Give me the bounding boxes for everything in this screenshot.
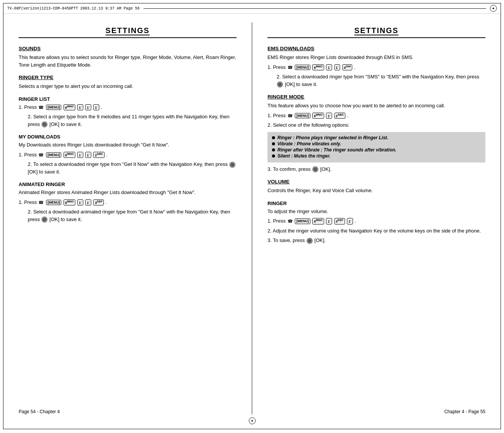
key-6-ems: 6MNO: [312, 64, 324, 71]
rv-step1-end: .: [355, 218, 356, 224]
ems-downloads-section: EMS DOWNLOADS EMS Ringer stores Ringer L…: [267, 46, 485, 88]
ok-icon-ems: [277, 81, 283, 88]
key-1-3: 1-: [93, 104, 99, 111]
key-6-rv: 6MNO: [312, 218, 324, 224]
header-text: TX-60P(verizon)1213-CDM-8450PTT 2003.12.…: [7, 6, 140, 11]
volume-desc: Controls the Ringer, Key and Voice Call …: [267, 187, 485, 194]
my-downloads-desc: My Downloads stores Ringer Lists downloa…: [19, 141, 237, 149]
step1-text-ar: 1. Press: [19, 199, 38, 205]
menu-key-rm: [MENU]: [295, 113, 310, 119]
ringer-type-desc: Selects a ringer type to alert you of an…: [19, 83, 237, 90]
animated-ringer-section: ANIMATED RINGER Animated Ringer stores A…: [19, 181, 237, 223]
key-1-2: 1-: [85, 104, 91, 111]
menu-key-1: [MENU]: [46, 105, 62, 110]
step1-end-ar: .: [106, 199, 107, 205]
animated-ringer-heading: ANIMATED RINGER: [19, 181, 237, 187]
phone-icon-rm: ☎: [288, 113, 293, 119]
key-2-md: 2ABC: [93, 152, 104, 158]
bullet-1: [272, 136, 275, 139]
sounds-section: SOUNDS This feature allows you to select…: [19, 46, 237, 68]
rm-step3-text: 3. To confirm, press: [267, 166, 312, 172]
ems-step2-ok: [OK] to save it.: [285, 81, 317, 87]
ok-icon-1: [41, 121, 48, 127]
ok-icon-rm: [312, 166, 318, 172]
right-title: SETTINGS: [267, 26, 485, 38]
key-1-ems1: 1-: [326, 64, 332, 71]
menu-key-ems: [MENU]: [295, 65, 310, 70]
key-6-md: 6MNO: [64, 152, 75, 158]
left-column: SETTINGS SOUNDS This feature allows you …: [3, 15, 252, 422]
key-1-ems2: 1-: [334, 64, 340, 71]
volume-heading: VOLUME: [267, 179, 485, 185]
bullet-2: [272, 142, 275, 145]
step1-text: 1. Press: [19, 104, 38, 110]
footer-left: Page 54 - Chapter 4: [19, 409, 60, 414]
bottom-nav-circle: [249, 417, 256, 424]
step2-ok-ar: [OK] to save it.: [49, 216, 82, 222]
key-3-ar: 3DEF: [93, 199, 104, 206]
rm-step1-text: 1. Press: [267, 113, 287, 118]
ringer-vol-step3: 3. To save, press [OK].: [267, 237, 485, 244]
animated-ringer-desc: Animated Ringer stores Animated Ringer L…: [19, 189, 237, 196]
bullet-3: [272, 148, 275, 151]
ringer-mode-step1: 1. Press ☎ [MENU] 6MNO 1- 2ABC .: [267, 112, 485, 119]
ringer-list-heading: RINGER LIST: [19, 96, 237, 102]
my-downloads-heading: MY DOWNLOADS: [19, 134, 237, 140]
key-1-rv: 1-: [326, 218, 332, 224]
my-downloads-step1: 1. Press ☎ [MENU] 6MNO 1- 1- 2ABC .: [19, 151, 237, 159]
key-6-1: 6MNO: [64, 104, 75, 111]
option-silent-text: Silent : Mutes the ringer.: [277, 153, 330, 159]
ringer-vol-step2: 2. Adjust the ringer volume using the Na…: [267, 227, 485, 235]
ringer-list-step1: 1. Press ☎ [MENU] 6MNO 1- 1- 1- .: [19, 103, 237, 111]
ems-step1-end: .: [354, 64, 356, 70]
step1-end-md: .: [106, 152, 108, 158]
ems-step1-text: 1. Press: [267, 64, 287, 70]
animated-step1: 1. Press ☎ [MENU] 6MNO 1- 1- 3DEF .: [19, 199, 237, 206]
menu-key-md: [MENU]: [46, 152, 62, 158]
key-4-ems: 4GHI: [342, 64, 352, 71]
rm-step1-end: .: [347, 113, 348, 118]
key-3-rv: 3DEF: [334, 218, 345, 224]
ringer-vol-heading: RINGER: [267, 201, 485, 206]
rv-step3-ok: [OK].: [315, 237, 326, 243]
ok-icon-ar: [41, 216, 48, 223]
animated-step2: 2. Select a downloaded animated ringer t…: [19, 208, 237, 223]
step1-end: .: [101, 104, 103, 110]
ringer-vol-step1: 1. Press ☎ [MENU] 6MNO 1- 3DEF 1- .: [267, 217, 485, 225]
phone-icon-1: ☎: [38, 104, 44, 111]
ems-step2-text: 2. Select a downloaded ringer type from …: [277, 74, 479, 80]
sounds-intro: This feature allows you to select sounds…: [19, 54, 237, 68]
page-border: TX-60P(verizon)1213-CDM-8450PTT 2003.12.…: [3, 3, 501, 429]
ringer-mode-desc: This feature allows you to choose how yo…: [267, 102, 485, 110]
rv-step1-text: 1. Press: [267, 218, 287, 224]
ringer-list-step2: 2. Select a ringer type from the 9 melod…: [19, 113, 237, 128]
option-rav-text: Ringer after Vibrate : The ringer sounds…: [277, 147, 396, 153]
key-1-rv2: 1-: [347, 218, 353, 224]
phone-icon-ems: ☎: [288, 64, 293, 71]
phone-icon-rv: ☎: [288, 218, 293, 224]
ok-icon-rv: [307, 238, 313, 244]
ems-step1: 1. Press ☎ [MENU] 6MNO 1- 1- 4GHI .: [267, 64, 485, 71]
rv-step3-text: 3. To save, press: [267, 237, 306, 243]
menu-key-rv: [MENU]: [295, 218, 310, 224]
my-downloads-step2: 2. To select a downloaded ringer type fr…: [19, 161, 237, 175]
ringer-type-heading: RINGER TYPE: [19, 75, 237, 80]
key-1-1: 1-: [77, 104, 83, 111]
option-vibrate: Vibrate : Phone vibrates only.: [272, 141, 481, 146]
key-6-ar: 6MNO: [64, 199, 75, 206]
ems-step2: 2. Select a downloaded ringer type from …: [267, 73, 485, 88]
option-ringer-after-vibrate: Ringer after Vibrate : The ringer sounds…: [272, 147, 481, 153]
ringer-list-section: RINGER LIST 1. Press ☎ [MENU] 6MNO 1- 1-…: [19, 96, 237, 128]
ringer-mode-section: RINGER MODE This feature allows you to c…: [267, 94, 485, 173]
option-silent: Silent : Mutes the ringer.: [272, 153, 481, 159]
key-1-rm: 1-: [326, 113, 332, 119]
footer-right: Chapter 4 - Page 55: [444, 409, 485, 414]
phone-icon-2: ☎: [38, 152, 44, 158]
left-title: SETTINGS: [19, 26, 237, 38]
ringer-mode-heading: RINGER MODE: [267, 94, 485, 100]
step2-ok: [OK] to save it.: [49, 121, 82, 127]
phone-icon-3: ☎: [38, 199, 44, 206]
sounds-heading: SOUNDS: [19, 46, 237, 51]
ringer-mode-step3: 3. To confirm, press [OK].: [267, 166, 485, 173]
key-6-rm: 6MNO: [312, 113, 324, 119]
